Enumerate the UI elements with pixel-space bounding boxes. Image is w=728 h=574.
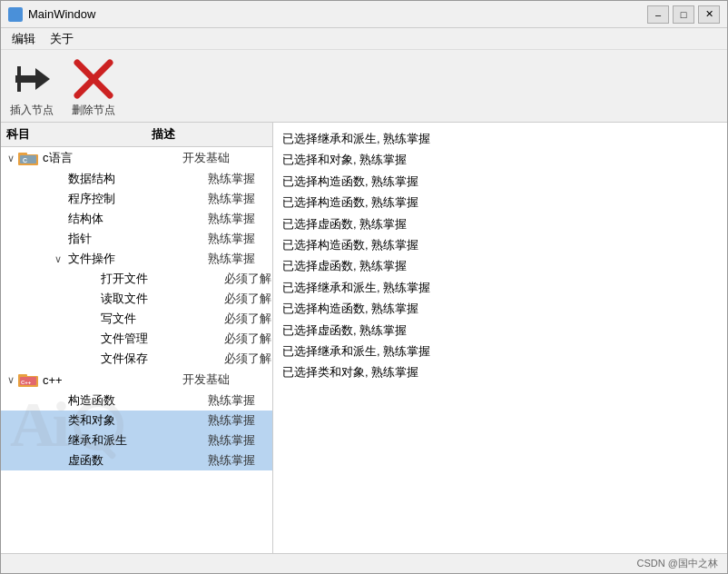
c-label: c语言: [43, 150, 73, 166]
insert-icon: [10, 57, 54, 101]
tree-header: 科目 描述: [1, 123, 272, 147]
tree-row-c-fwrite[interactable]: 写文件 必须了解: [1, 309, 272, 329]
svg-text:C: C: [23, 157, 27, 163]
cpp-desc: 开发基础: [182, 371, 272, 388]
chevron-cpp: ∨: [5, 374, 17, 386]
tree-row-c-fsave[interactable]: 文件保存 必须了解: [1, 349, 272, 369]
delete-label: 删除节点: [72, 103, 115, 118]
right-line-5: 已选择构造函数, 熟练掌握: [282, 234, 718, 255]
svg-rect-2: [17, 66, 21, 92]
maximize-button[interactable]: □: [673, 5, 694, 24]
right-line-11: 已选择类和对象, 熟练掌握: [282, 361, 718, 382]
title-bar-controls: – □ ✕: [647, 5, 720, 24]
right-line-4: 已选择虚函数, 熟练掌握: [282, 213, 718, 234]
right-line-2: 已选择构造函数, 熟练掌握: [282, 171, 718, 192]
chevron-fops: ∨: [52, 253, 64, 265]
tree-row-c-fmgr[interactable]: 文件管理 必须了解: [1, 329, 272, 349]
tree-row-c-st[interactable]: 结构体 熟练掌握: [1, 209, 272, 229]
close-button[interactable]: ✕: [698, 5, 720, 24]
right-line-6: 已选择虚函数, 熟练掌握: [282, 255, 718, 276]
delete-icon: [72, 57, 115, 101]
app-icon: [8, 7, 23, 22]
svg-marker-1: [35, 68, 50, 90]
tree-row-c-ds[interactable]: 数据结构 熟练掌握: [1, 169, 272, 189]
status-bar: CSDN @国中之林: [1, 553, 727, 573]
chevron-c: ∨: [5, 153, 17, 164]
insert-node-button[interactable]: 插入节点: [10, 57, 54, 118]
tree-row-c-ptr[interactable]: 指针 熟练掌握: [1, 229, 272, 249]
tree-row-c-pc[interactable]: 程序控制 熟练掌握: [1, 189, 272, 209]
cpp-label: c++: [43, 373, 63, 387]
tree-row-cpp-cls[interactable]: 类和对象 熟练掌握: [1, 411, 272, 430]
status-text: CSDN @国中之林: [637, 557, 718, 570]
col-desc-header: 描述: [152, 126, 267, 143]
delete-node-button[interactable]: 删除节点: [72, 57, 115, 118]
menu-bar: 编辑 关于: [1, 28, 727, 50]
folder-icon-cpp: C++: [17, 371, 39, 389]
menu-edit[interactable]: 编辑: [5, 29, 43, 49]
main-window: MainWindow – □ ✕ 编辑 关于 插入节点: [0, 0, 728, 574]
tree-row-c-fread[interactable]: 读取文件 必须了解: [1, 289, 272, 309]
c-desc: 开发基础: [182, 150, 272, 166]
tree-row-cpp-virt[interactable]: 虚函数 熟练掌握: [1, 450, 272, 470]
title-bar: MainWindow – □ ✕: [1, 1, 727, 28]
right-line-1: 已选择和对象, 熟练掌握: [282, 149, 718, 170]
right-line-0: 已选择继承和派生, 熟练掌握: [282, 128, 718, 149]
tree-row-c-fopen[interactable]: 打开文件 必须了解: [1, 269, 272, 289]
main-area: 科目 描述 ∨ C c语言: [1, 123, 727, 553]
right-line-7: 已选择继承和派生, 熟练掌握: [282, 277, 718, 298]
tree-row-cpp-ctor[interactable]: 构造函数 熟练掌握: [1, 391, 272, 411]
col-subject-header: 科目: [6, 126, 152, 143]
svg-text:C++: C++: [21, 380, 32, 385]
right-line-3: 已选择构造函数, 熟练掌握: [282, 192, 718, 213]
menu-about[interactable]: 关于: [43, 29, 81, 49]
title-bar-left: MainWindow: [8, 7, 95, 22]
right-panel: 已选择继承和派生, 熟练掌握 已选择和对象, 熟练掌握 已选择构造函数, 熟练掌…: [273, 123, 727, 553]
tree-row-cpp-inh[interactable]: 继承和派生 熟练掌握: [1, 430, 272, 450]
tree-panel: 科目 描述 ∨ C c语言: [1, 123, 273, 553]
minimize-button[interactable]: –: [647, 5, 669, 24]
tree-row-cpp[interactable]: ∨ C++ c++ 开发基础: [1, 369, 272, 391]
window-title: MainWindow: [28, 7, 95, 21]
tree-row-c-fops[interactable]: ∨ 文件操作 熟练掌握: [1, 249, 272, 269]
toolbar: 插入节点 删除节点: [1, 50, 727, 123]
right-line-9: 已选择虚函数, 熟练掌握: [282, 320, 718, 341]
tree-row-c[interactable]: ∨ C c语言 开发基础: [1, 147, 272, 169]
insert-label: 插入节点: [10, 103, 54, 118]
right-line-10: 已选择继承和派生, 熟练掌握: [282, 341, 718, 361]
folder-icon-c: C: [17, 149, 39, 167]
right-line-8: 已选择构造函数, 熟练掌握: [282, 298, 718, 319]
